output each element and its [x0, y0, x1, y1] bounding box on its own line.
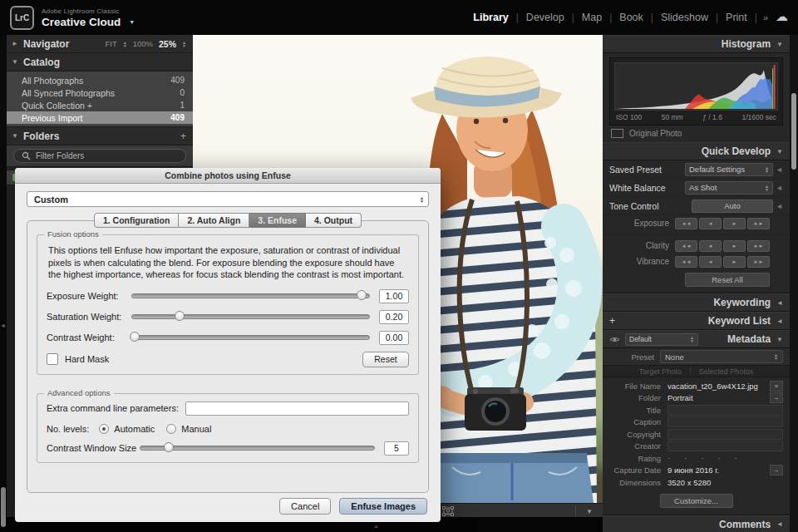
go-to-folder-icon[interactable]: →: [770, 392, 783, 403]
extra-params-input[interactable]: [185, 401, 409, 416]
vibrance-big-plus-button[interactable]: ►►: [747, 256, 770, 268]
slider-thumb[interactable]: [130, 332, 140, 342]
module-book[interactable]: Book: [612, 10, 651, 25]
collapse-left-panel-icon[interactable]: ◄: [0, 323, 6, 328]
saturation-weight-value[interactable]: 0.20: [379, 310, 409, 324]
exposure-weight-slider[interactable]: [131, 293, 370, 298]
manual-radio[interactable]: [166, 424, 176, 434]
keyword-list-header[interactable]: + Keyword List ◄: [603, 312, 790, 330]
file-menu-icon[interactable]: ≡: [770, 381, 783, 392]
zoom-current[interactable]: 25%: [159, 39, 176, 49]
white-balance-select[interactable]: As Shot ▲▼: [685, 181, 773, 195]
exposure-big-plus-button[interactable]: ►►: [747, 218, 770, 229]
catalog-item-quick-collection[interactable]: Quick Collection + 1: [7, 99, 193, 111]
right-scrollbar[interactable]: [790, 35, 798, 532]
exposure-plus-button[interactable]: ►: [723, 218, 746, 229]
clarity-big-plus-button[interactable]: ►►: [747, 240, 770, 252]
add-folder-icon[interactable]: +: [180, 131, 186, 142]
slider-thumb[interactable]: [164, 442, 174, 452]
metadata-preset-select[interactable]: None ▲▼: [660, 350, 783, 363]
quick-develop-header[interactable]: Quick Develop ▼: [603, 142, 790, 160]
saved-preset-select[interactable]: Default Settings ▲▼: [685, 163, 773, 176]
add-keyword-icon[interactable]: +: [609, 315, 615, 327]
folders-header[interactable]: ▼ Folders +: [7, 127, 193, 145]
slider-thumb[interactable]: [175, 311, 185, 321]
creator-input[interactable]: [667, 441, 783, 451]
clarity-minus-button[interactable]: ◄: [699, 240, 722, 252]
tab-output[interactable]: 4. Output: [306, 213, 362, 228]
catalog-item-all-photographs[interactable]: All Photographs 409: [7, 74, 193, 86]
tab-selected-photos[interactable]: Selected Photos: [699, 367, 754, 376]
caption-input[interactable]: [667, 416, 783, 427]
module-map[interactable]: Map: [574, 10, 609, 25]
module-develop[interactable]: Develop: [519, 10, 572, 25]
catalog-item-all-synced[interactable]: All Synced Photographs 0: [7, 86, 193, 99]
copyright-input[interactable]: [667, 429, 783, 440]
module-print[interactable]: Print: [718, 10, 755, 25]
left-scrollbar-thumb[interactable]: [1, 487, 6, 527]
filter-folders-input[interactable]: Filter Folders: [13, 149, 186, 163]
clarity-big-minus-button[interactable]: ◄◄: [675, 240, 697, 252]
hard-mask-checkbox[interactable]: [47, 353, 58, 365]
customize-button[interactable]: Customize...: [660, 494, 733, 508]
comments-header[interactable]: Comments ◄: [603, 515, 790, 532]
automatic-radio[interactable]: [99, 424, 109, 434]
zoom-100[interactable]: 100%: [133, 39, 153, 48]
tab-configuration[interactable]: 1. Configuration: [94, 213, 180, 228]
vibrance-big-minus-button[interactable]: ◄◄: [675, 256, 697, 268]
contrast-window-value[interactable]: 5: [384, 441, 409, 456]
module-overflow-icon[interactable]: »: [757, 12, 774, 22]
catalog-item-previous-import[interactable]: Previous Import 409: [7, 111, 193, 124]
stepper-icon: ▲▼: [420, 196, 424, 203]
reset-all-button[interactable]: Reset All: [685, 273, 770, 287]
exposure-weight-value[interactable]: 1.00: [379, 289, 409, 303]
contrast-weight-slider[interactable]: [131, 335, 370, 340]
vibrance-plus-button[interactable]: ►: [723, 256, 746, 268]
navigator-header[interactable]: ► Navigator FIT ▲▼ 100% 25% ▲▼: [7, 35, 193, 53]
toolbar-options-icon[interactable]: ▼: [586, 508, 593, 515]
saturation-weight-row: Saturation Weight: 0.20: [47, 310, 409, 324]
title-input[interactable]: [667, 405, 783, 416]
auto-tone-button[interactable]: Auto: [692, 200, 773, 213]
chevron-left-icon[interactable]: ◄: [773, 165, 783, 174]
app-name-main[interactable]: Creative Cloud ▼: [42, 16, 135, 28]
contrast-weight-value[interactable]: 0.00: [379, 331, 409, 345]
cloud-sync-icon[interactable]: ☁: [774, 9, 791, 26]
exposure-big-minus-button[interactable]: ◄◄: [675, 218, 697, 229]
lrc-logo: LrC: [10, 6, 34, 30]
cancel-button[interactable]: Cancel: [279, 498, 331, 515]
exposure-minus-button[interactable]: ◄: [699, 218, 722, 229]
module-slideshow[interactable]: Slideshow: [653, 10, 716, 25]
stepper-icon[interactable]: ▲▼: [123, 41, 127, 47]
keywording-header[interactable]: Keywording ◄: [603, 293, 790, 312]
zoom-fit[interactable]: FIT: [106, 39, 117, 48]
saturation-weight-slider[interactable]: [131, 314, 370, 319]
right-scrollbar-thumb[interactable]: [791, 93, 796, 170]
metadata-header[interactable]: Default ▲▼ Metadata ▼: [603, 330, 790, 348]
reset-button[interactable]: Reset: [362, 352, 409, 367]
stepper-icon[interactable]: ▲▼: [182, 41, 186, 47]
vibrance-minus-button[interactable]: ◄: [699, 256, 722, 268]
filmstrip-reveal-icon[interactable]: ▲: [373, 523, 379, 529]
tab-enfuse[interactable]: 3. Enfuse: [249, 213, 306, 228]
chevron-left-icon[interactable]: ◄: [773, 184, 783, 192]
tab-auto-align[interactable]: 2. Auto Align: [179, 213, 249, 228]
chevron-left-icon[interactable]: ◄: [773, 202, 783, 210]
catalog-header[interactable]: ▼ Catalog: [7, 53, 193, 71]
eye-icon[interactable]: [609, 336, 620, 343]
preset-dropdown[interactable]: Custom ▲▼: [27, 191, 429, 207]
tone-control-row: Tone Control Auto ◄: [603, 197, 790, 215]
dialog-title[interactable]: Combine photos using Enfuse: [15, 168, 441, 184]
rating-dots[interactable]: · · · · ·: [667, 454, 783, 463]
painter-tool-icon[interactable]: [442, 506, 454, 516]
enfuse-images-button[interactable]: Enfuse Images: [339, 498, 427, 515]
go-to-date-icon[interactable]: →: [770, 465, 783, 475]
tab-target-photo[interactable]: Target Photo: [639, 367, 682, 376]
histogram-graph[interactable]: [614, 62, 778, 111]
metadata-view-select[interactable]: Default ▲▼: [625, 333, 698, 346]
slider-thumb[interactable]: [357, 290, 367, 300]
module-library[interactable]: Library: [466, 10, 515, 25]
histogram-header[interactable]: Histogram ▼: [603, 35, 790, 53]
clarity-plus-button[interactable]: ►: [723, 240, 746, 252]
contrast-window-slider[interactable]: [140, 446, 375, 451]
